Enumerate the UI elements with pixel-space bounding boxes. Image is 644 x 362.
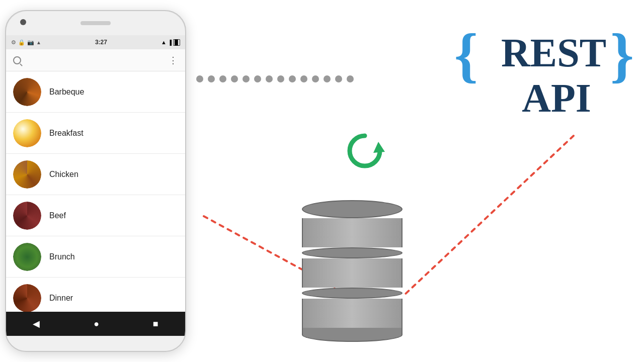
food-list: Barbeque Breakfast Chicken Beef	[6, 71, 185, 312]
phone-screen: ⚙ 🔒 📷 ▲ 3:27 ▲ ▐ ▉ ⋮	[6, 35, 185, 312]
status-bar: ⚙ 🔒 📷 ▲ 3:27 ▲ ▐ ▉	[6, 35, 185, 49]
refresh-icon	[350, 136, 385, 166]
brace-left-icon: {	[454, 25, 478, 85]
status-time: 3:27	[95, 39, 107, 46]
dot	[254, 75, 261, 82]
red-dotted-line-right	[403, 136, 574, 297]
food-name-breakfast: Breakfast	[49, 129, 84, 138]
battery-icon: ▉	[173, 39, 180, 46]
database-cylinder	[302, 200, 403, 342]
list-item[interactable]: Dinner	[6, 278, 185, 312]
signal-bars-icon: ▐	[168, 40, 172, 45]
dot	[335, 75, 342, 82]
db-section-1	[302, 218, 403, 247]
overflow-menu-icon[interactable]: ⋮	[169, 55, 178, 66]
dot	[243, 75, 250, 82]
db-top-ellipse	[302, 200, 403, 218]
dot	[300, 75, 307, 82]
dot	[277, 75, 284, 82]
food-name-dinner: Dinner	[49, 294, 73, 303]
food-name-chicken: Chicken	[49, 170, 78, 179]
avatar-image-chicken	[13, 160, 41, 189]
phone-mockup: ⚙ 🔒 📷 ▲ 3:27 ▲ ▐ ▉ ⋮	[5, 10, 186, 352]
list-item[interactable]: Beef	[6, 195, 185, 236]
phone-speaker	[80, 21, 111, 25]
avatar-image-barbeque	[13, 78, 41, 106]
db-divider-1	[302, 247, 403, 258]
search-bar[interactable]: ⋮	[6, 49, 185, 71]
list-item[interactable]: Brunch	[6, 236, 185, 278]
dot	[324, 75, 331, 82]
list-item[interactable]: Barbeque	[6, 71, 185, 113]
phone-camera	[20, 19, 26, 25]
svg-marker-0	[373, 142, 385, 153]
wifi-signal-icon: ▲	[161, 39, 167, 45]
status-icons-right: ▲ ▐ ▉	[161, 39, 180, 46]
avatar-image-beef	[13, 202, 41, 230]
search-icon	[13, 56, 21, 64]
avatar-image-brunch	[13, 243, 41, 271]
list-item[interactable]: Chicken	[6, 154, 185, 195]
gear-icon: ⚙	[11, 39, 16, 46]
db-section-2	[302, 258, 403, 288]
avatar	[13, 119, 41, 147]
db-cylinder-shape	[302, 200, 403, 342]
dot	[312, 75, 319, 82]
dot	[219, 75, 226, 82]
avatar	[13, 284, 41, 312]
back-button[interactable]: ◀	[33, 318, 40, 329]
dotted-line-horizontal	[196, 74, 438, 83]
api-label: API	[522, 75, 591, 121]
lock-icon: 🔒	[18, 39, 25, 46]
list-item[interactable]: Breakfast	[6, 113, 185, 154]
dot	[196, 75, 203, 82]
brace-right-icon: }	[610, 25, 634, 85]
avatar	[13, 202, 41, 230]
dot	[231, 75, 238, 82]
db-divider-2	[302, 288, 403, 299]
home-button[interactable]: ●	[94, 319, 99, 329]
dot	[266, 75, 273, 82]
dot	[208, 75, 215, 82]
food-name-brunch: Brunch	[49, 252, 75, 261]
avatar-image-breakfast	[13, 119, 41, 147]
phone-top-physical	[6, 11, 185, 35]
avatar-image-dinner	[13, 284, 41, 312]
avatar	[13, 78, 41, 106]
bottom-nav-bar: ◀ ● ■	[6, 312, 185, 336]
phone-bottom-physical	[6, 336, 185, 351]
avatar	[13, 160, 41, 189]
recent-apps-button[interactable]: ■	[153, 319, 158, 329]
avatar	[13, 243, 41, 271]
dot	[347, 75, 354, 82]
food-name-beef: Beef	[49, 211, 66, 220]
db-bottom-ellipse	[302, 328, 403, 342]
food-name-barbeque: Barbeque	[49, 87, 84, 97]
wifi-icon-left: ▲	[36, 40, 41, 45]
status-icons-left: ⚙ 🔒 📷 ▲	[11, 39, 41, 46]
dot	[289, 75, 296, 82]
rest-label: REST	[501, 30, 606, 76]
camera-icon: 📷	[27, 39, 34, 46]
search-icon-wrap	[13, 56, 21, 64]
diagram-area: { } REST API	[191, 0, 644, 362]
db-section-3	[302, 299, 403, 328]
